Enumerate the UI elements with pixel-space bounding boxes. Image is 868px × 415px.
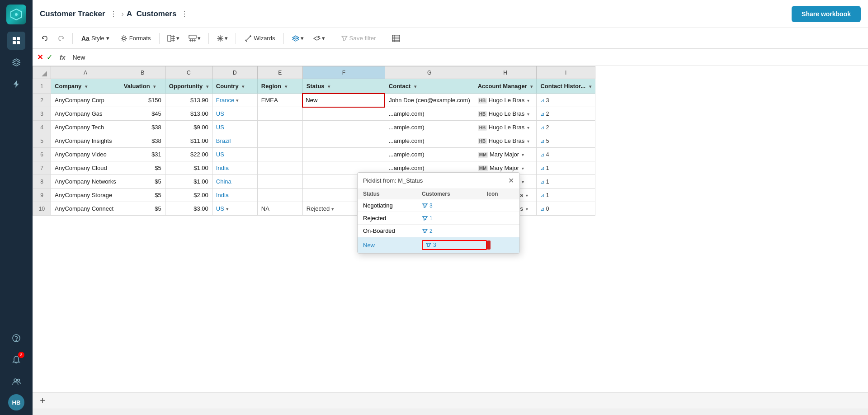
status-cell-input[interactable]	[306, 97, 382, 104]
cell-country-7[interactable]: India	[212, 161, 257, 175]
cell-country-6[interactable]: US	[212, 148, 257, 161]
col-account-manager[interactable]: Account Manager ▾	[474, 79, 537, 94]
user-avatar[interactable]: HB	[8, 394, 24, 410]
sidebar-users-icon[interactable]	[7, 373, 25, 391]
row-freeze-button[interactable]: ▾	[185, 33, 204, 44]
col-contact[interactable]: Contact ▾	[385, 79, 474, 94]
cell-ch-10[interactable]: ⊿ 0	[537, 202, 595, 216]
sidebar-grid-icon[interactable]	[7, 32, 25, 50]
cell-contact-4[interactable]: ...ample.com)	[385, 121, 474, 134]
cell-region-9[interactable]	[257, 189, 302, 202]
cell-region-8[interactable]	[257, 175, 302, 189]
cell-ch-4[interactable]: ⊿ 2	[537, 121, 595, 134]
picklist-row-rejected[interactable]: Rejected 1	[358, 212, 519, 225]
cell-company-4[interactable]: AnyCompany Tech	[51, 121, 120, 134]
cell-am-4[interactable]: HB Hugo Le Bras ▾	[474, 121, 537, 134]
cell-ch-6[interactable]: ⊿ 4	[537, 148, 595, 161]
cell-company-9[interactable]: AnyCompany Storage	[51, 189, 120, 202]
cell-val-3[interactable]: $45	[120, 107, 165, 121]
cell-opp-5[interactable]: $11.00	[165, 134, 212, 148]
cell-ch-7[interactable]: ⊿ 1	[537, 161, 595, 175]
share-workbook-button[interactable]: Share workbook	[792, 6, 861, 22]
cell-contact-5[interactable]: ...ample.com)	[385, 134, 474, 148]
cell-status-6[interactable]	[302, 148, 385, 161]
cell-region-4[interactable]	[257, 121, 302, 134]
cell-country-5[interactable]: Brazil	[212, 134, 257, 148]
plus-layer-button[interactable]: ▾	[310, 33, 328, 44]
col-header-H[interactable]: H	[474, 66, 537, 79]
col-opportunity[interactable]: Opportunity ▾	[165, 79, 212, 94]
cell-am-3[interactable]: HB Hugo Le Bras ▾	[474, 107, 537, 121]
cell-status-2[interactable]	[302, 94, 385, 107]
confirm-formula-button[interactable]: ✓	[47, 53, 52, 61]
picklist-row-onboarded[interactable]: On-Boarded 2	[358, 225, 519, 237]
cell-val-8[interactable]: $5	[120, 175, 165, 189]
horizontal-scrollbar[interactable]	[33, 409, 868, 415]
cell-ch-8[interactable]: ⊿ 1	[537, 175, 595, 189]
cell-val-4[interactable]: $38	[120, 121, 165, 134]
cell-status-4[interactable]	[302, 121, 385, 134]
sidebar-flash-icon[interactable]	[7, 75, 25, 93]
col-header-D[interactable]: D	[212, 66, 257, 79]
cell-ch-9[interactable]: ⊿ 1	[537, 189, 595, 202]
col-freeze-button[interactable]: ▾	[164, 33, 183, 44]
cell-region-6[interactable]	[257, 148, 302, 161]
cell-ch-2[interactable]: ⊿ 3	[537, 94, 595, 107]
cell-company-7[interactable]: AnyCompany Cloud	[51, 161, 120, 175]
cell-country-10[interactable]: US ▾	[212, 202, 257, 216]
col-region[interactable]: Region ▾	[257, 79, 302, 94]
cell-contact-2[interactable]: John Doe (ceo@example.com)	[385, 94, 474, 107]
picklist-row-new[interactable]: New 3	[358, 237, 519, 253]
cell-ch-5[interactable]: ⊿ 5	[537, 134, 595, 148]
col-header-I[interactable]: I	[537, 66, 595, 79]
cell-val-6[interactable]: $31	[120, 148, 165, 161]
picklist-close-button[interactable]: ✕	[508, 176, 514, 185]
cell-val-10[interactable]: $5	[120, 202, 165, 216]
col-company[interactable]: Company ▾	[51, 79, 120, 94]
cell-region-2[interactable]: EMEA	[257, 94, 302, 107]
col-header-F[interactable]: F	[302, 66, 385, 79]
col-header-E[interactable]: E	[257, 66, 302, 79]
cell-company-6[interactable]: AnyCompany Video	[51, 148, 120, 161]
grid-view-button[interactable]	[389, 33, 403, 44]
save-filter-button[interactable]: Save filter	[338, 33, 379, 44]
redo-button[interactable]	[54, 33, 68, 44]
picklist-row-negotiating[interactable]: Negotiating 3	[358, 199, 519, 212]
cell-country-4[interactable]: US	[212, 121, 257, 134]
cell-country-3[interactable]: US	[212, 107, 257, 121]
cell-am-5[interactable]: HB Hugo Le Bras ▾	[474, 134, 537, 148]
snowflake-button[interactable]: ▾	[213, 33, 231, 44]
formats-button[interactable]: Formats	[116, 33, 155, 44]
cell-country-9[interactable]: India	[212, 189, 257, 202]
cell-opp-9[interactable]: $2.00	[165, 189, 212, 202]
formula-input[interactable]	[72, 54, 863, 61]
cell-country-8[interactable]: China	[212, 175, 257, 189]
cell-country-2[interactable]: France ▾	[212, 94, 257, 107]
cell-company-2[interactable]: AnyCompany Corp	[51, 94, 120, 107]
col-header-A[interactable]: A	[51, 66, 120, 79]
cell-am-2[interactable]: HB Hugo Le Bras ▾	[474, 94, 537, 107]
col-valuation[interactable]: Valuation ▾	[120, 79, 165, 94]
cell-region-5[interactable]	[257, 134, 302, 148]
col-status[interactable]: Status ▾	[302, 79, 385, 94]
style-button[interactable]: Aa Style ▾	[77, 33, 113, 44]
cell-company-10[interactable]: AnyCompany Connect	[51, 202, 120, 216]
cell-opp-7[interactable]: $1.00	[165, 161, 212, 175]
add-sheet-button[interactable]: +	[36, 395, 49, 407]
layer-button[interactable]: ▾	[288, 33, 307, 44]
cell-val-9[interactable]: $5	[120, 189, 165, 202]
sidebar-layers-icon[interactable]	[7, 53, 25, 71]
col-country[interactable]: Country ▾	[212, 79, 257, 94]
col-header-C[interactable]: C	[165, 66, 212, 79]
cell-opp-4[interactable]: $9.00	[165, 121, 212, 134]
col-header-B[interactable]: B	[120, 66, 165, 79]
col-contact-history[interactable]: Contact Histor... ▾	[537, 79, 595, 94]
cell-status-3[interactable]	[302, 107, 385, 121]
cell-company-3[interactable]: AnyCompany Gas	[51, 107, 120, 121]
cell-status-5[interactable]	[302, 134, 385, 148]
col-header-G[interactable]: G	[385, 66, 474, 79]
wizards-button[interactable]: Wizards	[241, 33, 279, 44]
cell-opp-10[interactable]: $3.00	[165, 202, 212, 216]
workbook-more-icon[interactable]: ⋮	[108, 9, 119, 19]
cell-val-2[interactable]: $150	[120, 94, 165, 107]
